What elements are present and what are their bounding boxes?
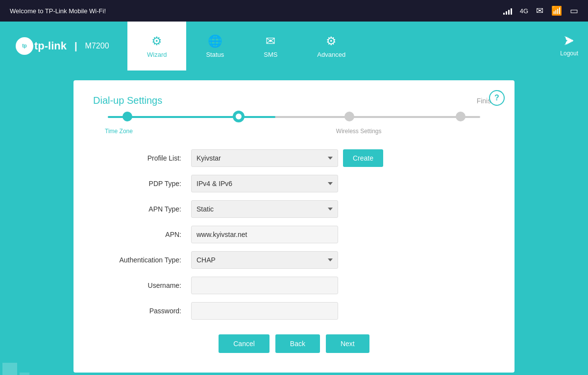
progress-dot-3 [344,112,354,121]
progress-track [108,116,480,118]
tab-sms[interactable]: ✉ SMS [244,22,297,70]
battery-icon: ▭ [570,5,578,16]
password-label: Password: [93,307,191,315]
status-bar: Welcome to TP-Link Mobile Wi-Fi! 4G ✉ 📶 … [0,0,588,22]
signal-icon [503,7,512,15]
svg-rect-2 [2,363,17,375]
card-header: Dial-up Settings Finish [93,95,495,106]
tab-status-label: Status [206,51,224,58]
tab-status[interactable]: 🌐 Status [186,22,244,70]
password-row: Password: [93,302,495,320]
create-button[interactable]: Create [343,149,383,167]
apn-row: APN: [93,226,495,243]
progress-dot-1 [122,112,132,121]
tab-advanced-label: Advanced [317,51,345,58]
apn-type-row: APN Type: Static [93,200,495,218]
apn-label: APN: [93,231,191,238]
auth-type-row: Authentication Type: CHAP [93,251,495,269]
welcome-text: Welcome to TP-Link Mobile Wi-Fi! [10,7,106,15]
tab-sms-label: SMS [264,51,277,58]
pdp-type-select[interactable]: IPv4 & IPv6 [191,175,338,192]
svg-rect-3 [20,373,29,375]
progress-section: Time Zone Wireless Settings [93,116,495,135]
back-button[interactable]: Back [275,334,320,353]
network-type: 4G [520,7,528,15]
logout-label: Logout [560,50,578,57]
progress-label-wireless: Wireless Settings [336,128,382,135]
nav-tabs: ⚙ Wizard 🌐 Status ✉ SMS ⚙︎ Advanced [127,22,550,70]
progress-dots [108,112,480,121]
main-content: Dial-up Settings Finish ? Time Zone Wire… [0,70,588,375]
mail-icon: ✉ [536,5,543,16]
tp-link-logo: tp [15,36,34,56]
sms-icon: ✉ [266,34,275,48]
logout-icon: ⮞ [564,35,575,48]
progress-label-timezone: Time Zone [105,128,133,135]
button-row: Cancel Back Next [93,334,495,353]
apn-type-select[interactable]: Static [191,200,338,218]
svg-text:tp: tp [22,43,26,48]
wifi-icon: 📶 [551,5,562,16]
logo-brand: tp-link | M7200 [34,40,109,52]
username-row: Username: [93,277,495,294]
tab-advanced[interactable]: ⚙︎ Advanced [297,22,365,70]
progress-dot-2 [234,112,244,121]
status-icons: 4G ✉ 📶 ▭ [503,5,578,16]
tab-wizard-label: Wizard [147,51,167,58]
help-button[interactable]: ? [489,90,505,106]
password-input[interactable] [191,302,338,320]
status-icon: 🌐 [208,34,222,48]
profile-list-label: Profile List: [93,154,191,162]
form-section: Profile List: Kyivstar Create PDP Type: … [93,149,495,320]
profile-list-select[interactable]: Kyivstar [191,149,338,167]
profile-list-row: Profile List: Kyivstar Create [93,149,495,167]
progress-labels: Time Zone Wireless Settings [93,128,495,135]
next-button[interactable]: Next [326,334,369,353]
progress-dot-4 [456,112,466,121]
auth-type-select[interactable]: CHAP [191,251,338,269]
cancel-button[interactable]: Cancel [219,334,270,353]
wizard-icon: ⚙ [151,34,162,48]
apn-input[interactable] [191,226,338,243]
pdp-type-row: PDP Type: IPv4 & IPv6 [93,175,495,192]
username-input[interactable] [191,277,338,294]
logo-area: tp tp-link | M7200 [0,22,127,70]
tab-wizard[interactable]: ⚙ Wizard [127,22,186,70]
decorative-shapes [0,324,49,375]
advanced-icon: ⚙︎ [326,34,337,48]
main-card: Dial-up Settings Finish ? Time Zone Wire… [74,80,514,373]
pdp-type-label: PDP Type: [93,180,191,188]
username-label: Username: [93,281,191,289]
logout-button[interactable]: ⮞ Logout [550,22,588,70]
card-title: Dial-up Settings [93,95,162,106]
auth-type-label: Authentication Type: [93,256,191,264]
apn-type-label: APN Type: [93,205,191,213]
nav-header: tp tp-link | M7200 ⚙ Wizard 🌐 Status ✉ S… [0,22,588,70]
